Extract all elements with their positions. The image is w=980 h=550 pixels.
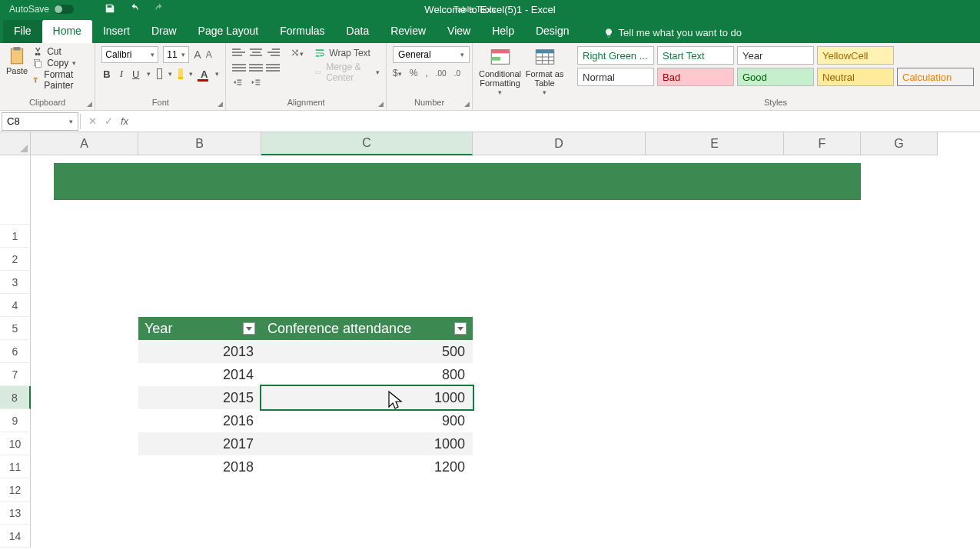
- enter-formula-icon[interactable]: ✓: [105, 115, 113, 127]
- table-header-attendance[interactable]: Conference attendance: [261, 317, 473, 340]
- increase-font-icon[interactable]: A: [194, 48, 201, 61]
- save-icon[interactable]: [105, 3, 115, 16]
- percent-button[interactable]: %: [410, 68, 418, 78]
- row-header-6[interactable]: 6: [0, 340, 31, 363]
- orientation-button[interactable]: ⤭▾: [291, 46, 304, 74]
- column-header-B[interactable]: B: [138, 132, 261, 155]
- column-header-G[interactable]: G: [861, 132, 938, 155]
- font-color-button[interactable]: A: [199, 68, 209, 80]
- table-cell-attendance[interactable]: 500: [261, 340, 473, 363]
- conditional-formatting-button[interactable]: Conditional Formatting ▾: [479, 46, 521, 108]
- table-cell-year[interactable]: 2014: [138, 363, 261, 386]
- table-cell-year[interactable]: 2013: [138, 340, 261, 363]
- italic-button[interactable]: I: [118, 68, 125, 80]
- style-normal[interactable]: Normal: [577, 68, 654, 86]
- row-header-7[interactable]: 7: [0, 363, 31, 386]
- table-cell-attendance[interactable]: 800: [261, 363, 473, 386]
- column-header-C[interactable]: C: [261, 132, 473, 155]
- comma-button[interactable]: ,: [425, 68, 427, 78]
- style-bad[interactable]: Bad: [657, 68, 734, 86]
- tab-view[interactable]: View: [437, 20, 481, 43]
- format-as-table-button[interactable]: Format as Table ▾: [524, 46, 565, 108]
- increase-decimal-button[interactable]: .00: [436, 69, 447, 78]
- column-header-E[interactable]: E: [646, 132, 784, 155]
- merge-center-button[interactable]: Merge & Center ▾: [314, 62, 380, 83]
- formula-input[interactable]: [136, 113, 980, 130]
- autosave-toggle[interactable]: AutoSave: [9, 4, 74, 15]
- tab-formulas[interactable]: Formulas: [269, 20, 335, 43]
- row-header-13[interactable]: 13: [0, 502, 31, 525]
- font-size-select[interactable]: 11▾: [163, 46, 189, 63]
- tab-file[interactable]: File: [3, 20, 42, 43]
- currency-button[interactable]: $▾: [393, 68, 402, 78]
- borders-button[interactable]: [157, 68, 162, 79]
- number-dialog-launcher-icon[interactable]: ◢: [464, 100, 470, 108]
- table-cell-attendance[interactable]: 900: [261, 409, 473, 432]
- copy-button[interactable]: Copy ▾: [32, 58, 88, 68]
- alignment-dialog-launcher-icon[interactable]: ◢: [378, 100, 384, 108]
- cancel-formula-icon[interactable]: ✕: [88, 115, 97, 127]
- fill-color-button[interactable]: [178, 68, 183, 79]
- row-header-11[interactable]: 11: [0, 455, 31, 478]
- table-cell-attendance[interactable]: 1000: [261, 432, 473, 455]
- decrease-decimal-button[interactable]: .0: [454, 69, 460, 78]
- filter-icon[interactable]: [454, 322, 467, 335]
- table-cell-attendance[interactable]: 1200: [261, 455, 473, 478]
- table-cell-year[interactable]: 2017: [138, 432, 261, 455]
- style-neutral[interactable]: Neutral: [817, 68, 894, 86]
- row-header-9[interactable]: 9: [0, 409, 31, 432]
- number-format-select[interactable]: General▾: [393, 46, 470, 63]
- paste-button[interactable]: Paste: [6, 46, 28, 91]
- name-box[interactable]: C8▾: [2, 112, 78, 131]
- row-header-3[interactable]: 3: [0, 271, 31, 294]
- increase-indent-icon[interactable]: [251, 77, 261, 91]
- font-name-select[interactable]: Calibri▾: [101, 46, 158, 63]
- column-header-D[interactable]: D: [473, 132, 646, 155]
- style-yellow-cell[interactable]: YellowCell: [817, 46, 894, 65]
- clipboard-dialog-launcher-icon[interactable]: ◢: [87, 100, 92, 108]
- cut-button[interactable]: Cut: [32, 46, 88, 57]
- tab-insert[interactable]: Insert: [92, 20, 141, 43]
- tell-me-input[interactable]: Tell me what you want to do: [603, 27, 742, 43]
- fx-icon[interactable]: fx: [121, 115, 128, 127]
- tab-home[interactable]: Home: [42, 20, 92, 43]
- table-cell-year[interactable]: 2016: [138, 409, 261, 432]
- decrease-font-icon[interactable]: A: [206, 49, 212, 60]
- tab-page-layout[interactable]: Page Layout: [188, 20, 270, 43]
- table-cell-attendance[interactable]: 1000: [261, 386, 473, 409]
- table-header-year[interactable]: Year: [138, 317, 261, 340]
- row-header-5[interactable]: 5: [0, 317, 31, 340]
- style-start-text[interactable]: Start Text: [657, 46, 734, 65]
- underline-button[interactable]: U: [131, 68, 141, 80]
- filter-icon[interactable]: [243, 322, 255, 335]
- table-cell-year[interactable]: 2018: [138, 455, 261, 478]
- style-good[interactable]: Good: [737, 68, 814, 86]
- wrap-text-button[interactable]: Wrap Text: [314, 48, 380, 58]
- tab-draw[interactable]: Draw: [141, 20, 188, 43]
- row-header-14[interactable]: 14: [0, 525, 31, 548]
- row-header-12[interactable]: 12: [0, 478, 31, 502]
- table-cell-year[interactable]: 2015: [138, 386, 261, 409]
- tab-help[interactable]: Help: [481, 20, 525, 43]
- redo-icon[interactable]: [154, 3, 164, 16]
- column-header-F[interactable]: F: [784, 132, 861, 155]
- column-header-A[interactable]: A: [31, 132, 138, 155]
- row-header-10[interactable]: 10: [0, 432, 31, 455]
- font-dialog-launcher-icon[interactable]: ◢: [218, 100, 223, 108]
- row-header-1[interactable]: 1: [0, 225, 31, 248]
- row-header-8[interactable]: 8: [0, 386, 31, 409]
- undo-icon[interactable]: [129, 3, 140, 16]
- select-all-button[interactable]: [0, 132, 31, 155]
- bold-button[interactable]: B: [101, 68, 111, 80]
- style-right-green[interactable]: Right Green ...: [577, 46, 654, 65]
- style-calculation[interactable]: Calculation: [897, 68, 974, 86]
- decrease-indent-icon[interactable]: [232, 77, 243, 91]
- tab-design[interactable]: Design: [525, 20, 580, 43]
- tab-data[interactable]: Data: [336, 20, 380, 43]
- style-year[interactable]: Year: [737, 46, 814, 65]
- alignment-buttons[interactable]: [232, 46, 280, 74]
- tab-review[interactable]: Review: [380, 20, 437, 43]
- format-painter-button[interactable]: Format Painter: [32, 69, 88, 91]
- row-header-4[interactable]: 4: [0, 294, 31, 317]
- row-header-2[interactable]: 2: [0, 248, 31, 271]
